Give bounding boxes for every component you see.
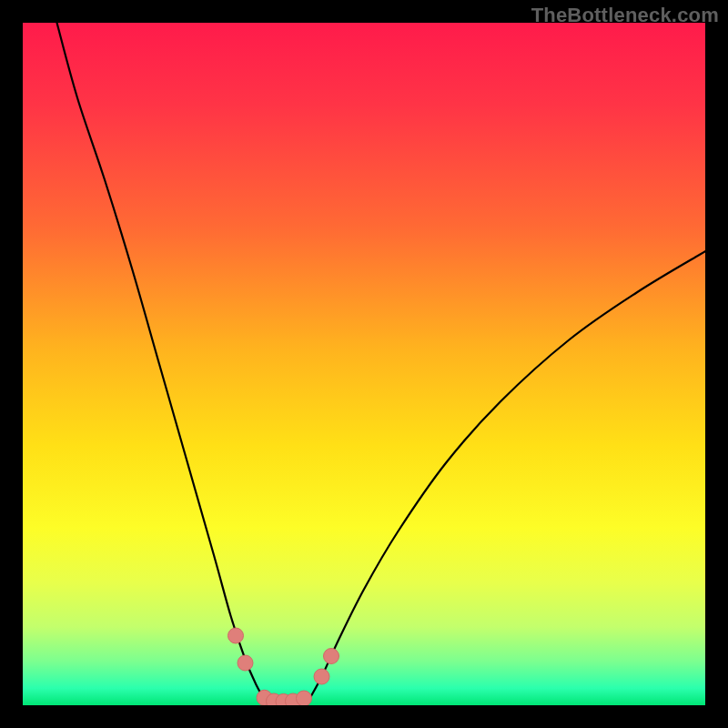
svg-rect-0: [23, 23, 705, 705]
plot-area: [23, 23, 705, 705]
chart-frame: TheBottleneck.com: [0, 0, 728, 728]
background-gradient: [23, 23, 705, 705]
